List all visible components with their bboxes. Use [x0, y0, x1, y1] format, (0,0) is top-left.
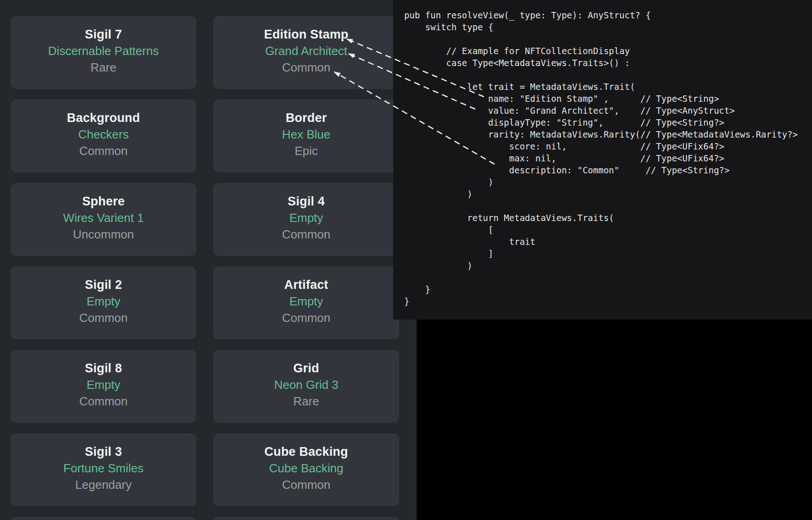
trait-name: Border: [286, 111, 327, 126]
trait-card-partial: [11, 517, 196, 520]
trait-rarity: Common: [282, 310, 330, 326]
trait-card: Edition StampGrand ArchitectCommon: [213, 16, 399, 89]
trait-card: Sigil 2EmptyCommon: [11, 266, 196, 339]
trait-value: Empty: [289, 210, 323, 226]
trait-card: ArtifactEmptyCommon: [213, 266, 399, 339]
trait-card: Sigil 8EmptyCommon: [11, 350, 196, 423]
trait-card: Sigil 4EmptyCommon: [213, 183, 399, 256]
trait-name: Sigil 3: [85, 444, 122, 460]
code-panel: pub fun resolveView(_ type: Type): AnySt…: [393, 0, 812, 320]
trait-value: Wires Varient 1: [63, 210, 144, 226]
trait-name: Sigil 7: [85, 27, 122, 43]
trait-value: Empty: [289, 293, 323, 310]
trait-rarity: Common: [282, 59, 330, 76]
trait-card: GridNeon Grid 3Rare: [213, 350, 399, 423]
trait-value: Hex Blue: [282, 126, 331, 143]
trait-name: Sigil 2: [85, 277, 122, 293]
trait-rarity: Common: [282, 476, 330, 493]
trait-name: Edition Stamp: [264, 27, 348, 43]
trait-value: Cube Backing: [269, 460, 344, 476]
trait-name: Cube Backing: [264, 444, 348, 460]
trait-value: Empty: [87, 293, 121, 310]
trait-rarity: Common: [79, 143, 128, 159]
trait-value: Empty: [87, 376, 121, 393]
trait-rarity: Common: [79, 393, 128, 409]
screenshot-canvas: Sigil 7Discernable PatternsRareEdition S…: [0, 0, 812, 520]
trait-rarity: Uncommon: [73, 226, 134, 243]
trait-rarity: Common: [79, 310, 128, 326]
trait-rarity: Common: [282, 226, 330, 243]
trait-name: Sphere: [82, 194, 125, 210]
trait-card: Sigil 7Discernable PatternsRare: [11, 16, 196, 89]
trait-name: Sigil 8: [85, 361, 122, 376]
trait-card: SphereWires Varient 1Uncommon: [11, 183, 196, 256]
trait-card: BackgroundCheckersCommon: [11, 100, 196, 172]
trait-rarity: Rare: [90, 59, 116, 76]
traits-grid: Sigil 7Discernable PatternsRareEdition S…: [11, 16, 399, 520]
code-text: pub fun resolveView(_ type: Type): AnySt…: [393, 0, 812, 307]
trait-rarity: Legendary: [75, 476, 132, 493]
trait-value: Discernable Patterns: [48, 43, 159, 59]
trait-name: Sigil 4: [288, 194, 325, 210]
trait-name: Background: [67, 111, 140, 126]
trait-rarity: Rare: [293, 393, 319, 409]
trait-value: Fortune Smiles: [63, 460, 144, 476]
trait-card-partial: [213, 517, 399, 520]
trait-card: Sigil 3Fortune SmilesLegendary: [11, 433, 196, 506]
trait-value: Checkers: [78, 126, 129, 143]
trait-rarity: Epic: [295, 143, 318, 159]
trait-name: Grid: [293, 361, 319, 376]
trait-card: Cube BackingCube BackingCommon: [213, 433, 399, 506]
trait-name: Artifact: [284, 277, 328, 293]
trait-card: BorderHex BlueEpic: [213, 100, 399, 172]
trait-value: Grand Architect: [265, 43, 347, 59]
traits-page[interactable]: Sigil 7Discernable PatternsRareEdition S…: [0, 0, 417, 520]
trait-value: Neon Grid 3: [274, 376, 338, 393]
